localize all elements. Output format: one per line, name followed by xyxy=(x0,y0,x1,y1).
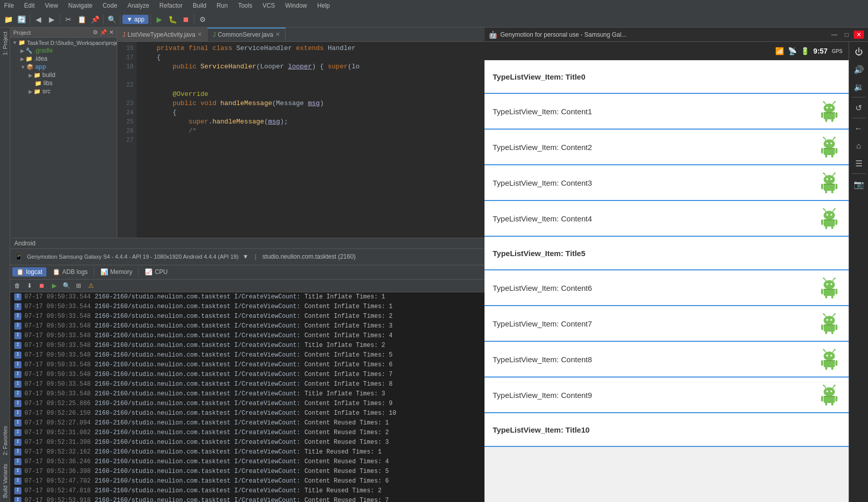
tree-gradle[interactable]: ▶ 🔧 .gradle xyxy=(10,46,117,55)
tab-adb-logs[interactable]: 📋 ADB logs xyxy=(48,267,92,277)
minimize-btn[interactable]: — xyxy=(829,31,839,39)
code-editor[interactable]: 16 17 18 22 23 24 25 26 27 xyxy=(117,42,484,238)
log-indicator: I xyxy=(14,303,21,310)
app-selector[interactable]: ▼ app xyxy=(122,15,148,24)
tab-commonserver-close[interactable]: ✕ xyxy=(275,31,280,38)
panel-close-icon[interactable]: ✕ xyxy=(109,29,114,36)
list-item[interactable]: TypeListView_Item: Content2 xyxy=(484,130,849,165)
sync-btn[interactable]: 🔄 xyxy=(15,13,28,26)
build-variants-tab[interactable]: Build Variants xyxy=(1,460,9,502)
menu-code[interactable]: Code xyxy=(100,1,119,10)
svg-line-1 xyxy=(824,102,826,104)
log-warn-btn[interactable]: ⚠ xyxy=(86,281,96,291)
list-item[interactable]: TypeListView_Item: Title10 xyxy=(484,413,849,447)
log-stop-btn[interactable]: ⏹ xyxy=(37,281,47,291)
search-btn[interactable]: 🔍 xyxy=(106,13,118,26)
list-item[interactable]: TypeListView_Item: Content1 xyxy=(484,94,849,130)
paste-btn[interactable]: 📌 xyxy=(89,13,101,26)
log-row: I 07-17 09:52:47.702 2160-2160/studio.ne… xyxy=(10,476,484,486)
menu-tools[interactable]: Tools xyxy=(236,1,254,10)
log-expand-btn[interactable]: ⊞ xyxy=(73,281,84,291)
project-panel-header: Project ⚙ 📌 ✕ xyxy=(10,28,117,38)
svg-rect-35 xyxy=(835,184,837,189)
log-clear-btn[interactable]: 🗑 xyxy=(12,281,22,291)
forward-btn[interactable]: ▶ xyxy=(45,13,58,26)
log-msg: Content Inflate Times: 4 xyxy=(304,332,393,340)
tab-listviewtype-close[interactable]: ✕ xyxy=(197,31,202,38)
favorites-tab[interactable]: 2: Favorites xyxy=(1,422,9,459)
tree-app[interactable]: ▼ 📦 app xyxy=(10,63,117,71)
tree-idea[interactable]: ▶ 📁 .idea xyxy=(10,55,117,63)
tool-power-btn[interactable]: ⏻ xyxy=(851,44,867,60)
list-item-text: TypeListView_Item: Title0 xyxy=(493,72,585,81)
copy-btn[interactable]: 📋 xyxy=(75,13,88,26)
list-item[interactable]: TypeListView_Item: Content3 xyxy=(484,165,849,201)
tab-commonserver[interactable]: J CommonServer.java ✕ xyxy=(208,28,286,41)
log-row: I 07-17 09:52:26.150 2160-2160/studio.ne… xyxy=(10,409,484,418)
menu-file[interactable]: File xyxy=(2,1,16,10)
log-filter-btn[interactable]: 🔍 xyxy=(61,281,71,291)
list-item[interactable]: TypeListView_Item: Title0 xyxy=(484,60,849,94)
panel-pin-icon[interactable]: 📌 xyxy=(100,29,107,36)
debug-btn[interactable]: 🐛 xyxy=(166,13,178,26)
log-time: 07-17 09:52:25.886 xyxy=(24,399,91,408)
tree-idea-arrow: ▶ xyxy=(20,56,24,62)
run-btn[interactable]: ▶ xyxy=(153,13,165,26)
tool-menu-btn[interactable]: ☰ xyxy=(851,155,867,171)
tab-logcat[interactable]: 📋 logcat xyxy=(12,267,46,277)
tab-listviewtype[interactable]: J ListViewTypeActivity.java ✕ xyxy=(117,28,208,41)
menu-refactor[interactable]: Refactor xyxy=(158,1,185,10)
tab-cpu[interactable]: 📈 CPU xyxy=(141,267,171,277)
menu-view[interactable]: View xyxy=(43,1,60,10)
open-btn[interactable]: 📁 xyxy=(2,13,14,26)
device-dropdown-icon[interactable]: ▼ xyxy=(243,253,249,260)
menu-window[interactable]: Window xyxy=(283,1,309,10)
menu-help[interactable]: Help xyxy=(315,1,332,10)
menu-edit[interactable]: Edit xyxy=(22,1,37,10)
tool-camera-btn[interactable]: 📷 xyxy=(851,176,867,192)
tree-root[interactable]: ▼ 📁 TaskTest D:\Studio_Workspace\project… xyxy=(10,39,117,46)
menu-run[interactable]: Run xyxy=(215,1,230,10)
svg-line-27 xyxy=(824,173,826,175)
menu-build[interactable]: Build xyxy=(191,1,209,10)
list-item[interactable]: TypeListView_Item: Content4 xyxy=(484,201,849,237)
menu-analyze[interactable]: Analyze xyxy=(125,1,151,10)
phone-list[interactable]: TypeListView_Item: Title0 TypeListView_I… xyxy=(484,60,849,502)
tab-memory[interactable]: 📊 Memory xyxy=(96,267,136,277)
list-item-text: TypeListView_Item: Content4 xyxy=(493,214,592,223)
menu-navigate[interactable]: Navigate xyxy=(66,1,94,10)
cut-btn[interactable]: ✂ xyxy=(62,13,74,26)
tab-listviewtype-label: ListViewTypeActivity.java xyxy=(127,31,195,38)
stop-btn[interactable]: ⏹ xyxy=(180,13,192,26)
code-content[interactable]: private final class ServiceHandler exten… xyxy=(137,42,484,238)
log-area[interactable]: I 07-17 09:50:33.544 2160-2160/studio.ne… xyxy=(10,292,484,503)
tool-rotate-btn[interactable]: ↺ xyxy=(851,99,867,116)
log-row: I 07-17 09:50:33.548 2160-2160/studio.ne… xyxy=(10,321,484,331)
close-btn[interactable]: ✕ xyxy=(854,31,864,39)
back-btn[interactable]: ◀ xyxy=(32,13,44,26)
list-item[interactable]: TypeListView_Item: Content6 xyxy=(484,270,849,306)
tree-idea-icon: 📁 xyxy=(25,56,33,62)
list-item[interactable]: TypeListView_Item: Content9 xyxy=(484,378,849,413)
log-time: 07-17 09:50:33.548 xyxy=(24,351,91,360)
tool-sep-1 xyxy=(852,97,866,97)
menu-vcs[interactable]: VCS xyxy=(261,1,277,10)
list-item[interactable]: TypeListView_Item: Title5 xyxy=(484,237,849,270)
log-msg: Content Inflate Times: 1 xyxy=(304,303,393,311)
tree-src[interactable]: ▶ 📁 src xyxy=(10,87,117,95)
settings-btn[interactable]: ⚙ xyxy=(196,13,209,26)
tool-back-btn[interactable]: ← xyxy=(851,120,867,137)
tree-build[interactable]: ▶ 📁 build xyxy=(10,71,117,79)
tool-volume-up-btn[interactable]: 🔊 xyxy=(851,61,867,78)
tool-home-btn[interactable]: ⌂ xyxy=(851,138,867,154)
maximize-btn[interactable]: □ xyxy=(841,31,852,39)
tree-libs[interactable]: 📁 libs xyxy=(10,79,117,87)
list-item[interactable]: TypeListView_Item: Content8 xyxy=(484,342,849,378)
log-run-btn[interactable]: ▶ xyxy=(49,281,59,291)
genymotion-panel: 🤖 Genymotion for personal use - Samsung … xyxy=(484,28,868,502)
list-item[interactable]: TypeListView_Item: Content7 xyxy=(484,306,849,342)
tool-volume-down-btn[interactable]: 🔉 xyxy=(851,79,867,95)
panel-gear-icon[interactable]: ⚙ xyxy=(93,29,98,36)
project-tab[interactable]: 1: Project xyxy=(1,28,9,59)
log-scroll-btn[interactable]: ⬇ xyxy=(24,281,35,291)
